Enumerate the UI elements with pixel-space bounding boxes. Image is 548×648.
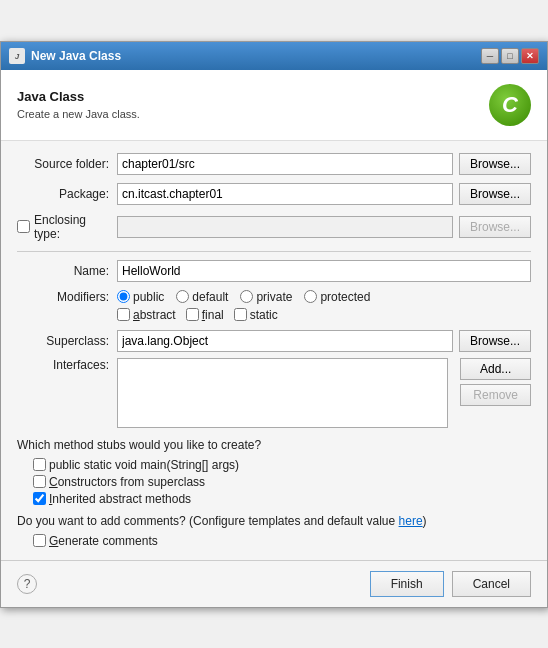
title-bar-text: New Java Class xyxy=(31,49,121,63)
modifier-default-label[interactable]: default xyxy=(176,290,228,304)
superclass-control: Browse... xyxy=(117,330,531,352)
modifier-static-checkbox[interactable] xyxy=(234,308,247,321)
dialog-icon: J xyxy=(9,48,25,64)
modifier-protected-label[interactable]: protected xyxy=(304,290,370,304)
interfaces-row: Interfaces: Add... Remove xyxy=(17,358,531,428)
stub-constructors-checkbox[interactable] xyxy=(33,475,46,488)
name-control xyxy=(117,260,531,282)
modifier-abstract-label[interactable]: abstract xyxy=(117,308,176,322)
cancel-button[interactable]: Cancel xyxy=(452,571,531,597)
modifier-static-text: static xyxy=(250,308,278,322)
header-title: Java Class xyxy=(17,89,140,104)
other-modifiers-group: abstract final static xyxy=(117,308,370,322)
stub-constructors-text: Constructors from superclass xyxy=(49,475,205,489)
modifier-final-label[interactable]: final xyxy=(186,308,224,322)
modifier-public-radio[interactable] xyxy=(117,290,130,303)
stub-main-checkbox[interactable] xyxy=(33,458,46,471)
modifier-public-text: public xyxy=(133,290,164,304)
modifier-public-label[interactable]: public xyxy=(117,290,164,304)
modifier-private-radio[interactable] xyxy=(240,290,253,303)
stub-inherited-checkbox[interactable] xyxy=(33,492,46,505)
modifier-default-radio[interactable] xyxy=(176,290,189,303)
modifiers-label: Modifiers: xyxy=(17,290,117,304)
stubs-options: public static void main(String[] args) C… xyxy=(33,458,531,506)
modifier-abstract-text: abstract xyxy=(133,308,176,322)
comments-section: Do you want to add comments? (Configure … xyxy=(17,514,531,528)
superclass-browse-button[interactable]: Browse... xyxy=(459,330,531,352)
modifier-final-text: final xyxy=(202,308,224,322)
title-bar-controls: ─ □ ✕ xyxy=(481,48,539,64)
superclass-row: Superclass: Browse... xyxy=(17,330,531,352)
superclass-input[interactable] xyxy=(117,330,453,352)
source-folder-control: Browse... xyxy=(117,153,531,175)
package-label: Package: xyxy=(17,187,117,201)
name-label: Name: xyxy=(17,264,117,278)
java-logo-icon: C xyxy=(489,84,531,126)
modifier-private-label[interactable]: private xyxy=(240,290,292,304)
access-modifiers-group: public default private protected xyxy=(117,290,370,304)
modifier-default-text: default xyxy=(192,290,228,304)
enclosing-type-control: Browse... xyxy=(117,216,531,238)
comments-question-text: Do you want to add comments? (Configure … xyxy=(17,514,399,528)
enclosing-type-row: Enclosing type: Browse... xyxy=(17,213,531,241)
generate-comments-label[interactable]: Generate comments xyxy=(33,534,531,548)
package-browse-button[interactable]: Browse... xyxy=(459,183,531,205)
title-bar: J New Java Class ─ □ ✕ xyxy=(1,42,547,70)
source-folder-label: Source folder: xyxy=(17,157,117,171)
stub-inherited-label[interactable]: Inherited abstract methods xyxy=(33,492,531,506)
svg-text:J: J xyxy=(15,52,20,61)
stub-inherited-text: Inherited abstract methods xyxy=(49,492,191,506)
interfaces-remove-button[interactable]: Remove xyxy=(460,384,531,406)
help-button[interactable]: ? xyxy=(17,574,37,594)
interfaces-add-button[interactable]: Add... xyxy=(460,358,531,380)
separator-1 xyxy=(17,251,531,252)
stub-constructors-label[interactable]: Constructors from superclass xyxy=(33,475,531,489)
stub-main-text: public static void main(String[] args) xyxy=(49,458,239,472)
title-bar-left: J New Java Class xyxy=(9,48,121,64)
close-button[interactable]: ✕ xyxy=(521,48,539,64)
minimize-button[interactable]: ─ xyxy=(481,48,499,64)
enclosing-type-check-area: Enclosing type: xyxy=(17,213,117,241)
interfaces-buttons: Add... Remove xyxy=(460,358,531,428)
dialog-footer: ? Finish Cancel xyxy=(1,560,547,607)
name-input[interactable] xyxy=(117,260,531,282)
maximize-button[interactable]: □ xyxy=(501,48,519,64)
modifier-static-label[interactable]: static xyxy=(234,308,278,322)
new-java-class-dialog: J New Java Class ─ □ ✕ Java Class Create… xyxy=(0,41,548,608)
package-input[interactable] xyxy=(117,183,453,205)
package-control: Browse... xyxy=(117,183,531,205)
source-folder-row: Source folder: Browse... xyxy=(17,153,531,175)
enclosing-type-checkbox[interactable] xyxy=(17,220,30,233)
modifiers-content: public default private protected xyxy=(117,290,370,322)
source-folder-input[interactable] xyxy=(117,153,453,175)
modifier-private-text: private xyxy=(256,290,292,304)
enclosing-type-browse-button[interactable]: Browse... xyxy=(459,216,531,238)
package-row: Package: Browse... xyxy=(17,183,531,205)
interfaces-label: Interfaces: xyxy=(17,358,117,372)
modifier-protected-radio[interactable] xyxy=(304,290,317,303)
stubs-question: Which method stubs would you like to cre… xyxy=(17,438,531,452)
comments-question-end: ) xyxy=(423,514,427,528)
header-text: Java Class Create a new Java class. xyxy=(17,89,140,120)
interfaces-list xyxy=(117,358,448,428)
dialog-header: Java Class Create a new Java class. C xyxy=(1,70,547,141)
generate-comments-checkbox[interactable] xyxy=(33,534,46,547)
modifiers-row: Modifiers: public default private xyxy=(17,290,531,322)
comments-link[interactable]: here xyxy=(399,514,423,528)
enclosing-type-input[interactable] xyxy=(117,216,453,238)
enclosing-type-label[interactable]: Enclosing type: xyxy=(34,213,109,241)
header-subtitle: Create a new Java class. xyxy=(17,108,140,120)
modifier-abstract-checkbox[interactable] xyxy=(117,308,130,321)
modifier-protected-text: protected xyxy=(320,290,370,304)
modifier-final-checkbox[interactable] xyxy=(186,308,199,321)
superclass-label: Superclass: xyxy=(17,334,117,348)
footer-buttons: Finish Cancel xyxy=(370,571,531,597)
dialog-body: Source folder: Browse... Package: Browse… xyxy=(1,141,547,560)
stub-main-label[interactable]: public static void main(String[] args) xyxy=(33,458,531,472)
source-folder-browse-button[interactable]: Browse... xyxy=(459,153,531,175)
generate-comments-text: Generate comments xyxy=(49,534,158,548)
finish-button[interactable]: Finish xyxy=(370,571,444,597)
comments-option: Generate comments xyxy=(33,534,531,548)
interfaces-control: Add... Remove xyxy=(117,358,531,428)
name-row: Name: xyxy=(17,260,531,282)
